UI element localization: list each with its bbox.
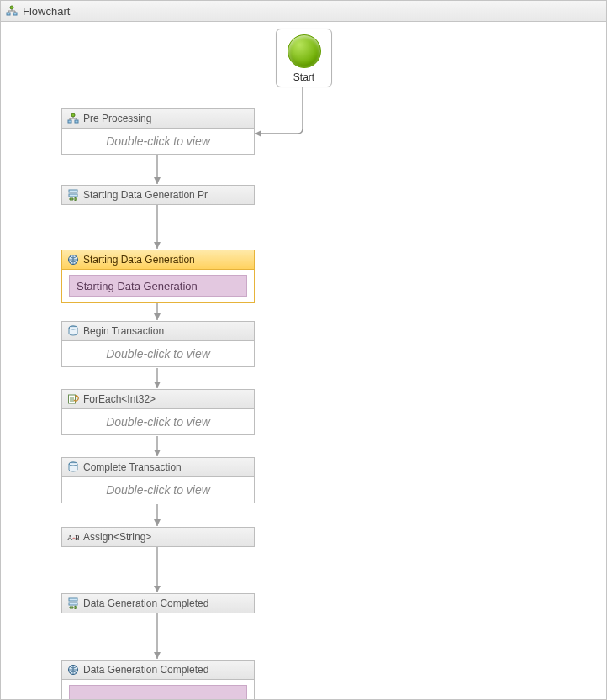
designer-titlebar: Flowchart: [1, 1, 606, 22]
svg-marker-5: [154, 242, 161, 249]
view-hint: Double-click to view: [69, 134, 247, 148]
svg-marker-3: [255, 130, 261, 137]
activity-title: Data Generation Completed: [83, 597, 208, 609]
foreach-icon: [67, 393, 79, 405]
activity-title: Complete Transaction: [83, 461, 182, 473]
activity-complete-transaction[interactable]: Complete Transaction Double-click to vie…: [61, 457, 255, 503]
activity-data-generation-completed-2[interactable]: Data Generation Completed: [61, 660, 255, 700]
svg-text:B: B: [75, 534, 79, 542]
activity-pre-processing[interactable]: Pre Processing Double-click to view: [61, 108, 255, 155]
activity-title: Pre Processing: [83, 113, 151, 124]
svg-marker-7: [154, 382, 161, 388]
view-hint: Double-click to view: [69, 483, 247, 497]
svg-rect-27: [69, 598, 77, 601]
sequence-icon: [67, 597, 79, 609]
transaction-icon: [67, 325, 79, 337]
activity-data-generation-completed-1[interactable]: Data Generation Completed: [61, 593, 255, 613]
assign-icon: A+B: [67, 531, 79, 543]
activity-begin-transaction[interactable]: Begin Transaction Double-click to view: [61, 321, 255, 367]
svg-marker-9: [154, 519, 161, 526]
sequence-icon: [67, 189, 79, 201]
flowchart-icon: [67, 113, 79, 124]
designer-title: Flowchart: [23, 5, 70, 18]
transaction-icon: [67, 461, 79, 473]
activity-assign-string[interactable]: A+B Assign<String>: [61, 527, 255, 547]
svg-marker-10: [154, 586, 161, 592]
svg-marker-8: [154, 450, 161, 456]
activity-title: ForEach<Int32>: [83, 393, 156, 405]
start-node[interactable]: Start: [276, 29, 332, 87]
activity-title: Starting Data Generation: [83, 254, 195, 266]
globe-icon: [67, 254, 79, 266]
svg-rect-13: [68, 120, 71, 123]
activity-foreach-int32[interactable]: ForEach<Int32> Double-click to view: [61, 389, 255, 435]
view-hint: Double-click to view: [69, 415, 247, 429]
svg-marker-4: [154, 177, 161, 184]
svg-rect-16: [69, 194, 77, 197]
view-hint: Double-click to view: [69, 347, 247, 361]
svg-rect-14: [75, 120, 78, 123]
svg-rect-2: [13, 13, 17, 15]
svg-point-0: [10, 6, 13, 9]
svg-point-12: [71, 113, 75, 117]
design-surface[interactable]: Start Pre Processing Double-click to vie…: [1, 21, 606, 699]
activity-banner: Starting Data Generation: [69, 275, 247, 297]
svg-rect-15: [69, 190, 77, 192]
activity-banner: [69, 685, 247, 700]
start-label: Start: [277, 71, 331, 83]
activity-starting-data-generation[interactable]: Starting Data Generation Starting Data G…: [61, 250, 255, 303]
activity-title: Data Generation Completed: [83, 664, 208, 676]
svg-marker-11: [154, 652, 161, 659]
svg-rect-1: [7, 13, 10, 15]
svg-marker-6: [154, 313, 161, 320]
activity-title: Starting Data Generation Pr: [83, 189, 208, 201]
activity-title: Begin Transaction: [83, 325, 164, 337]
activity-starting-data-generation-pr[interactable]: Starting Data Generation Pr: [61, 185, 255, 205]
svg-rect-28: [69, 603, 77, 605]
flowchart-designer: Flowchart: [0, 0, 607, 700]
flowchart-icon: [6, 5, 18, 17]
globe-icon: [67, 664, 79, 676]
activity-title: Assign<String>: [83, 531, 151, 543]
start-circle-icon: [288, 34, 321, 68]
